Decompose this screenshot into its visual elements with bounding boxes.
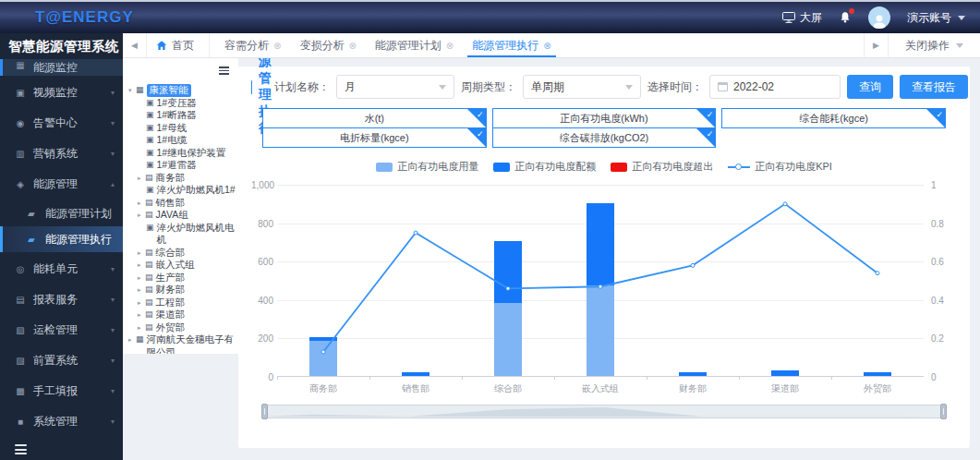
legend-item-overage[interactable]: 正向有功电度超出 (611, 160, 713, 174)
kpi-point[interactable] (506, 286, 510, 290)
tree-node[interactable]: ▸▤综合部 (127, 247, 236, 260)
zoom-handle-right[interactable] (940, 404, 947, 419)
tab-close-icon[interactable]: ⊗ (446, 41, 454, 51)
tree-node[interactable]: ▣1#继电保护装置 (127, 147, 236, 160)
metric-chip[interactable]: 综合能耗(kgce)✓ (721, 108, 946, 128)
tree-node[interactable]: ▣1#变压器 (127, 97, 236, 110)
caret-right-icon[interactable]: ▸ (138, 297, 145, 309)
caret-right-icon[interactable]: ▸ (128, 333, 136, 346)
tab-home[interactable]: 首页 (147, 33, 210, 57)
zoom-handle-left[interactable] (261, 404, 268, 419)
sidebar-item-2[interactable]: ◉告警中心▾ (0, 109, 123, 137)
tree-node[interactable]: ▸▤渠道部 (127, 309, 236, 321)
tabs-forward-button[interactable]: ▶ (864, 33, 888, 57)
plan-name-label: 计划名称： (274, 79, 330, 95)
tree-node[interactable]: ▸▤生产部 (127, 272, 236, 284)
legend-item-quota[interactable]: 正向有功电度配额 (493, 160, 596, 174)
tree-node[interactable]: ▸▤工程部 (127, 297, 236, 309)
tab-1[interactable]: 变损分析⊗ (290, 33, 365, 57)
caret-down-icon[interactable]: ▾ (128, 84, 136, 97)
device-icon: ▣ (146, 97, 154, 110)
metric-chip[interactable]: 电折标量(kgce)✓ (262, 127, 487, 148)
kpi-point[interactable] (414, 231, 417, 235)
query-button[interactable]: 查询 (847, 75, 893, 99)
kpi-point[interactable] (321, 350, 325, 354)
menu-collapse-button[interactable] (15, 444, 123, 454)
kpi-point[interactable] (691, 263, 695, 267)
dept-icon: ▤ (145, 321, 153, 334)
caret-right-icon[interactable]: ▸ (138, 272, 145, 284)
tree-node[interactable]: ▸▤财务部 (127, 284, 236, 297)
tree-node-label: 生产部 (156, 272, 186, 284)
sidebar-item-9[interactable]: ▩手工填报▾ (0, 377, 123, 405)
tree-node[interactable]: ▸▤商务部 (127, 172, 236, 185)
tree-node-label: 外贸部 (156, 321, 186, 334)
tab-close-icon[interactable]: ⊗ (543, 41, 550, 51)
legend-item-usage[interactable]: 正向有功电度用量 (376, 160, 478, 174)
big-screen-button[interactable]: 大屏 (782, 10, 822, 26)
tab-close-icon[interactable]: ⊗ (348, 41, 356, 51)
y-axis-right-tick: 0.6 (931, 257, 944, 267)
kpi-point[interactable] (876, 272, 879, 275)
period-type-select[interactable]: 单周期 (523, 75, 641, 99)
metric-chip[interactable]: 水(t)✓ (262, 108, 487, 128)
x-axis-label: 财务部 (651, 382, 734, 395)
tab-3[interactable]: 能源管理执行⊗ (463, 33, 560, 57)
chart-zoom-slider[interactable] (262, 405, 946, 418)
tree-node[interactable]: ▣1#电缆 (127, 134, 236, 147)
tree-node-label: 1#电缆 (157, 134, 188, 147)
sidebar-item-3[interactable]: ▥营销系统▾ (0, 139, 123, 167)
tree-node[interactable]: ▸▤嵌入式组 (127, 259, 236, 272)
menu-item-icon: ▣ (14, 88, 27, 98)
time-picker-input[interactable]: 2022-02 (709, 75, 841, 99)
plan-name-select[interactable]: 月 (336, 75, 454, 99)
x-axis-tick (647, 377, 647, 380)
metric-chip[interactable]: 正向有功电度(kWh)✓ (492, 108, 717, 128)
sidebar-item-1[interactable]: ▣视频监控▾ (0, 79, 123, 106)
tree-node[interactable]: ▾▦康派智能 (127, 84, 236, 97)
account-menu[interactable]: 演示账号 (907, 10, 965, 26)
sidebar-item-0[interactable]: ▦能源监控 (0, 59, 123, 76)
sidebar-item-5[interactable]: ◎能耗单元▾ (0, 255, 123, 283)
tab-2[interactable]: 能源管理计划⊗ (366, 33, 463, 57)
sidebar-item-6[interactable]: ▤报表服务▾ (0, 285, 123, 313)
tree-collapse-button[interactable] (219, 67, 229, 77)
tree-node[interactable]: ▸▤JAVA组 (127, 209, 236, 222)
caret-right-icon[interactable]: ▸ (138, 259, 145, 272)
tab-0[interactable]: 容需分析⊗ (215, 33, 290, 57)
kpi-line[interactable] (277, 185, 924, 377)
tree-node[interactable]: ▣1#母线 (127, 122, 236, 135)
caret-right-icon[interactable]: ▸ (138, 172, 145, 185)
menu-item-icon: ◉ (14, 118, 27, 128)
caret-right-icon[interactable]: ▸ (138, 197, 145, 210)
tree-node[interactable]: ▸▤销售部 (127, 197, 236, 210)
tree-node[interactable]: ▸▦河南航天金穗电子有限公司 (127, 333, 236, 354)
kpi-point[interactable] (783, 202, 787, 206)
caret-right-icon[interactable]: ▸ (138, 321, 145, 334)
notifications-button[interactable] (839, 11, 852, 24)
sidebar-item-8[interactable]: ▨前置系统▾ (0, 346, 123, 374)
tree-node[interactable]: ▣1#断路器 (127, 109, 236, 122)
sidebar-item-4[interactable]: ◈能源管理▴ (0, 170, 123, 198)
sidebar-item-10[interactable]: ■系统管理▾ (0, 407, 123, 435)
sidebar-item-7[interactable]: ▧运检管理▾ (0, 316, 123, 344)
caret-right-icon[interactable]: ▸ (138, 284, 145, 297)
metric-chip[interactable]: 综合碳排放(kgCO2)✓ (492, 127, 717, 148)
view-report-button[interactable]: 查看报告 (900, 75, 968, 99)
kpi-point[interactable] (599, 284, 602, 288)
y-axis-right-tick: 1 (931, 180, 937, 190)
sidebar-subitem-1[interactable]: ▰能源管理执行 (0, 226, 123, 252)
tree-node[interactable]: ▣1#避雷器 (127, 159, 236, 172)
avatar[interactable] (868, 6, 890, 29)
tab-close-icon[interactable]: ⊗ (273, 41, 281, 51)
sidebar-subitem-0[interactable]: ▰能源管理计划 (0, 200, 123, 226)
tabs-back-button[interactable]: ◀ (123, 33, 147, 57)
caret-right-icon[interactable]: ▸ (138, 247, 145, 260)
tree-node[interactable]: ▣淬火炉助燃风机1# (127, 184, 236, 197)
close-operations-dropdown[interactable]: 关闭操作 (888, 33, 980, 57)
tree-node[interactable]: ▣淬火炉助燃风机电机 (127, 222, 236, 247)
caret-right-icon[interactable]: ▸ (138, 209, 145, 222)
tree-node[interactable]: ▸▤外贸部 (127, 321, 236, 334)
legend-item-kpi[interactable]: 正向有功电度KPI (728, 160, 832, 174)
caret-right-icon[interactable]: ▸ (138, 309, 145, 321)
